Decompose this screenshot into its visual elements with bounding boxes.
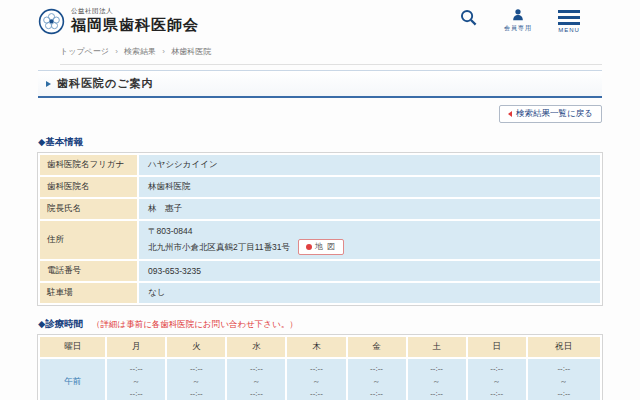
hours-table: 曜日 月 火 水 木 金 土 日 祝日 午前 --:-- ～ --:-- --:… [38, 335, 602, 400]
address-value: 〒803-0844 北九州市小倉北区真鶴2丁目11番31号地 図 [139, 221, 600, 259]
hours-note: （詳細は事前に各歯科医院にお問い合わせ下さい。） [92, 319, 298, 329]
street-address: 北九州市小倉北区真鶴2丁目11番31号 [148, 242, 290, 252]
table-row: 歯科医院名フリガナ ハヤシシカイイン [40, 155, 600, 175]
row-label: 歯科医院名 [40, 177, 137, 197]
row-label: 駐車場 [40, 283, 137, 303]
hours-heading: ◆診療時間 [38, 318, 83, 329]
hours-cell: --:-- ～ --:-- [227, 359, 285, 400]
col-header: 日 [468, 337, 526, 357]
hours-cell: --:-- ～ --:-- [408, 359, 466, 400]
search-button[interactable] [459, 8, 478, 27]
back-to-results-button[interactable]: 検索結果一覧に戻る [499, 105, 602, 123]
table-row: 歯科医院名 林歯科医院 [40, 177, 600, 197]
menu-button[interactable]: MENU [558, 8, 580, 33]
page-title: 歯科医院のご案内 [57, 76, 154, 91]
map-button[interactable]: 地 図 [298, 239, 344, 256]
row-label: 院長氏名 [40, 199, 137, 219]
table-row: 電話番号 093-653-3235 [40, 261, 600, 281]
breadcrumb-top-page[interactable]: トップページ [60, 47, 109, 56]
row-label: 住所 [40, 221, 137, 259]
site-header: 公益社団法人 福岡県歯科医師会 [38, 0, 602, 42]
member-only-button[interactable]: 会員専用 [504, 8, 532, 33]
map-pin-icon [306, 244, 312, 250]
hours-cell: --:-- ～ --:-- [167, 359, 225, 400]
back-arrow-icon [508, 111, 512, 117]
breadcrumb-separator: › [115, 47, 118, 56]
org-type-label: 公益社団法人 [71, 7, 199, 16]
col-header: 土 [408, 337, 466, 357]
table-row: 院長氏名 林 惠子 [40, 199, 600, 219]
director-name-value: 林 惠子 [139, 199, 600, 219]
breadcrumb: トップページ › 検索結果 › 林歯科医院 [60, 42, 602, 65]
hamburger-icon [558, 8, 580, 25]
org-name: 福岡県歯科医師会 [71, 16, 199, 35]
hours-cell: --:-- ～ --:-- [468, 359, 526, 400]
col-header: 金 [348, 337, 406, 357]
hours-cell: --:-- ～ --:-- [287, 359, 345, 400]
parking-value: なし [139, 283, 600, 303]
col-header: 木 [287, 337, 345, 357]
hours-cell: --:-- ～ --:-- [528, 359, 600, 400]
title-arrow-icon [46, 81, 51, 87]
phone-number-value: 093-653-3235 [139, 261, 600, 281]
member-only-label: 会員専用 [504, 24, 532, 33]
postal-code: 〒803-0844 [148, 225, 591, 239]
map-button-label: 地 図 [315, 241, 336, 254]
col-header: 水 [227, 337, 285, 357]
table-row: 駐車場 なし [40, 283, 600, 303]
hours-cell: --:-- ～ --:-- [348, 359, 406, 400]
hours-cell: --:-- ～ --:-- [107, 359, 165, 400]
search-icon [459, 8, 478, 27]
table-row: 住所 〒803-0844 北九州市小倉北区真鶴2丁目11番31号地 図 [40, 221, 600, 259]
dental-association-logo-icon [38, 8, 65, 35]
basic-info-table: 歯科医院名フリガナ ハヤシシカイイン 歯科医院名 林歯科医院 院長氏名 林 惠子… [38, 153, 602, 305]
col-header: 祝日 [528, 337, 600, 357]
breadcrumb-current: 林歯科医院 [171, 47, 211, 56]
page-title-bar: 歯科医院のご案内 [38, 70, 602, 98]
col-header: 月 [107, 337, 165, 357]
breadcrumb-separator: › [162, 47, 165, 56]
basic-info-heading: ◆基本情報 [38, 136, 83, 147]
clinic-name-value: 林歯科医院 [139, 177, 600, 197]
hours-header-row: 曜日 月 火 水 木 金 土 日 祝日 [40, 337, 600, 357]
hours-row-am: 午前 --:-- ～ --:-- --:-- ～ --:-- --:-- ～ -… [40, 359, 600, 400]
breadcrumb-search-results[interactable]: 検索結果 [124, 47, 156, 56]
col-header: 火 [167, 337, 225, 357]
col-header: 曜日 [40, 337, 105, 357]
member-person-icon [511, 8, 525, 22]
menu-label: MENU [558, 27, 580, 33]
row-label: 電話番号 [40, 261, 137, 281]
row-label: 歯科医院名フリガナ [40, 155, 137, 175]
clinic-name-kana-value: ハヤシシカイイン [139, 155, 600, 175]
am-label: 午前 [40, 359, 105, 400]
back-button-label: 検索結果一覧に戻る [516, 108, 593, 120]
